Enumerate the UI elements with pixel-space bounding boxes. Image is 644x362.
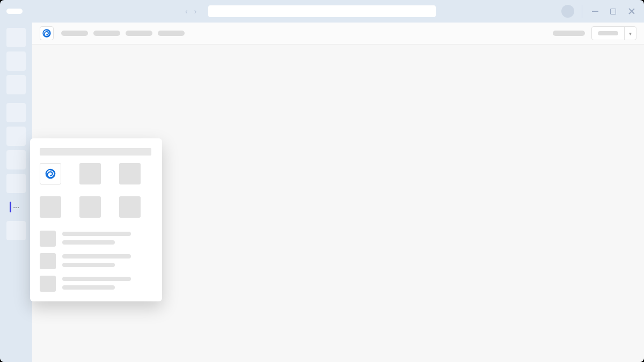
list-thumb xyxy=(40,276,56,292)
app-tile-5[interactable] xyxy=(79,196,101,218)
history-nav: ‹ › xyxy=(185,7,196,16)
list-subtitle xyxy=(62,240,115,245)
app-window: ‹ › ··· xyxy=(0,0,644,362)
nav-link-3[interactable] xyxy=(126,31,152,36)
sidebar-item-1[interactable] xyxy=(6,28,26,47)
header-select[interactable]: ▾ xyxy=(591,26,636,40)
sidebar-item-7[interactable] xyxy=(6,174,26,193)
list-thumb xyxy=(40,253,56,269)
sidebar-more-button[interactable]: ··· xyxy=(6,197,26,217)
app-tile-2[interactable] xyxy=(79,163,101,184)
close-button[interactable] xyxy=(628,8,635,15)
list-text xyxy=(62,276,131,290)
list-title xyxy=(62,254,131,258)
maximize-button[interactable] xyxy=(610,9,616,14)
sidebar-item-2[interactable] xyxy=(6,51,26,71)
header-action-link[interactable] xyxy=(553,31,585,36)
sidebar-item-6[interactable] xyxy=(6,150,26,169)
sidebar-item-8[interactable] xyxy=(6,221,26,240)
active-indicator xyxy=(10,202,11,212)
app-logo[interactable] xyxy=(40,26,54,40)
list-item[interactable] xyxy=(40,253,152,269)
spiral-icon xyxy=(45,168,56,180)
header-actions: ▾ xyxy=(553,26,636,40)
left-sidebar: ··· xyxy=(0,23,32,362)
nav-link-2[interactable] xyxy=(93,31,120,36)
app-tile-6[interactable] xyxy=(119,196,141,218)
list-text xyxy=(62,231,131,245)
sidebar-item-4[interactable] xyxy=(6,103,26,122)
window-controls xyxy=(592,8,635,15)
list-item[interactable] xyxy=(40,276,152,292)
app-grid xyxy=(40,163,152,218)
popover-heading xyxy=(40,148,151,156)
list-subtitle xyxy=(62,263,115,267)
app-tile-3[interactable] xyxy=(119,163,141,184)
list-title xyxy=(62,277,131,281)
app-tile-1[interactable] xyxy=(40,163,61,184)
nav-link-4[interactable] xyxy=(158,31,185,36)
recent-list xyxy=(40,231,152,292)
list-thumb xyxy=(40,231,56,247)
list-text xyxy=(62,253,131,267)
list-title xyxy=(62,232,131,236)
list-item[interactable] xyxy=(40,231,152,247)
more-icon: ··· xyxy=(13,203,19,211)
sidebar-item-3[interactable] xyxy=(6,75,26,94)
window-traffic-lights[interactable] xyxy=(6,9,23,14)
address-bar[interactable] xyxy=(208,5,436,17)
minimize-button[interactable] xyxy=(592,11,598,12)
select-placeholder xyxy=(598,31,618,35)
profile-avatar[interactable] xyxy=(561,5,574,18)
spiral-icon xyxy=(42,28,52,38)
list-subtitle xyxy=(62,285,115,290)
sidebar-item-5[interactable] xyxy=(6,127,26,146)
nav-link-1[interactable] xyxy=(61,31,88,36)
titlebar-divider xyxy=(582,5,582,18)
apps-popover xyxy=(30,138,162,301)
window-titlebar: ‹ › xyxy=(0,0,644,23)
forward-button[interactable]: › xyxy=(194,7,197,16)
app-header: ▾ xyxy=(32,23,644,45)
chevron-down-icon: ▾ xyxy=(624,27,636,40)
app-tile-4[interactable] xyxy=(40,196,61,218)
select-value xyxy=(592,31,624,35)
header-nav xyxy=(61,31,185,36)
back-button[interactable]: ‹ xyxy=(185,7,188,16)
